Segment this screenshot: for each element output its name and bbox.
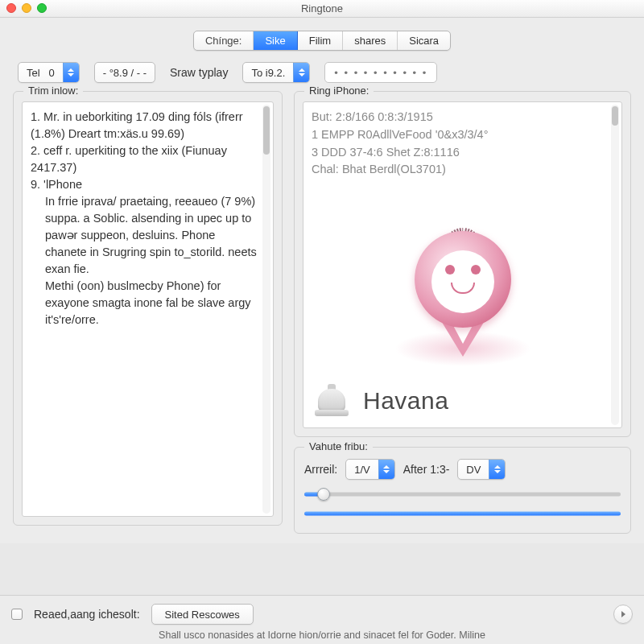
- trim-line: 9. 'lPhone: [31, 176, 258, 193]
- scrollbar[interactable]: [611, 105, 619, 425]
- scrollbar[interactable]: [262, 105, 270, 514]
- tab-filim[interactable]: Filim: [298, 31, 343, 50]
- trim-line: Methi (oon) buslmecby Phone) for exayone…: [31, 278, 258, 328]
- tab-shares[interactable]: shares: [343, 31, 398, 50]
- ringtone-artwork: [303, 191, 621, 387]
- footer-checkbox[interactable]: [11, 609, 23, 620]
- after-combo[interactable]: DV: [457, 459, 506, 480]
- combo-arrows-icon[interactable]: [378, 460, 394, 479]
- combo-arrows-icon[interactable]: [293, 63, 309, 82]
- ring-line: But: 2:8/166 0:8:3/1915: [312, 109, 609, 126]
- after-label: After 1:3-: [403, 463, 450, 476]
- tel-stepper[interactable]: Tel 0: [18, 62, 80, 83]
- trim-line: 2. ceff r. uperkiting to the xiix (Fiunu…: [31, 142, 258, 176]
- password-dots-field[interactable]: • • • • • • • • • •: [324, 62, 437, 83]
- range-field[interactable]: - °8.9 / - -: [94, 62, 155, 83]
- ring-line: 3 DDD 37-4:6 Shet Z:8:1116: [312, 144, 609, 162]
- trim-textpane[interactable]: 1. Mr. in ueborkiting 17.09 ding fóls (i…: [22, 101, 274, 517]
- slider-knob-icon[interactable]: [317, 488, 330, 501]
- ring-line: 1 EMPP R0AdllVeFood '0&x3/3/4°: [312, 126, 609, 144]
- tab-sicara[interactable]: Sicara: [398, 31, 450, 50]
- sited-rescowes-button[interactable]: Sited Rescowes: [151, 604, 254, 625]
- ring-group: Ring iPhone: But: 2:8/166 0:8:3/1915 1 E…: [294, 91, 631, 437]
- combo-arrows-icon[interactable]: [489, 460, 505, 479]
- volume-group-title: Vahute fribu:: [304, 440, 373, 452]
- spray-label: Sraw typlay: [170, 66, 228, 79]
- footer-subtext: Shall usco nonasides at Idorne hion/orri…: [11, 630, 633, 641]
- tab-bar: Chínge: Sike Filim shares Sicara: [193, 31, 451, 51]
- ring-group-title: Ring iPhone:: [304, 85, 374, 97]
- titlebar: Ringtone: [0, 0, 644, 18]
- bell-icon: [315, 382, 349, 419]
- volume-group: Vahute fribu: Arrreil: 1/V After 1:3- DV: [294, 447, 631, 534]
- trim-group-title: Trim inlow:: [23, 85, 83, 97]
- ring-pane[interactable]: But: 2:8/166 0:8:3/1915 1 EMPP R0AdllVeF…: [303, 101, 622, 428]
- ringtone-name: Havana: [363, 387, 448, 415]
- volume-slider[interactable]: [304, 488, 621, 501]
- trim-line: 1. Mr. in ueborkiting 17.09 ding fóls (i…: [31, 109, 258, 142]
- trim-line: In frrie iprava/ praetaing, reeaueo (7 9…: [31, 193, 258, 278]
- chevron-right-icon: [621, 611, 625, 617]
- window-title: Ringtone: [0, 0, 644, 18]
- tab-sike[interactable]: Sike: [254, 31, 297, 50]
- next-round-button[interactable]: [613, 605, 633, 624]
- stepper-arrows-icon[interactable]: [63, 63, 79, 82]
- trim-group: Trim inlow: 1. Mr. in ueborkiting 17.09 …: [13, 91, 283, 526]
- to-combo[interactable]: To i9.2.: [242, 62, 310, 83]
- arrrel-label: Arrreil:: [304, 463, 337, 476]
- volume-slider-2[interactable]: [304, 507, 621, 520]
- arrrel-combo[interactable]: 1/V: [345, 459, 395, 480]
- footer-check-label: Reaed,aang ichesolt:: [34, 608, 140, 621]
- footer: Reaed,aang ichesolt: Sited Rescowes Shal…: [0, 595, 644, 644]
- ring-line: Chal: Bhat Berdl(OL3701): [312, 161, 609, 179]
- tab-label: Chínge:: [194, 31, 254, 50]
